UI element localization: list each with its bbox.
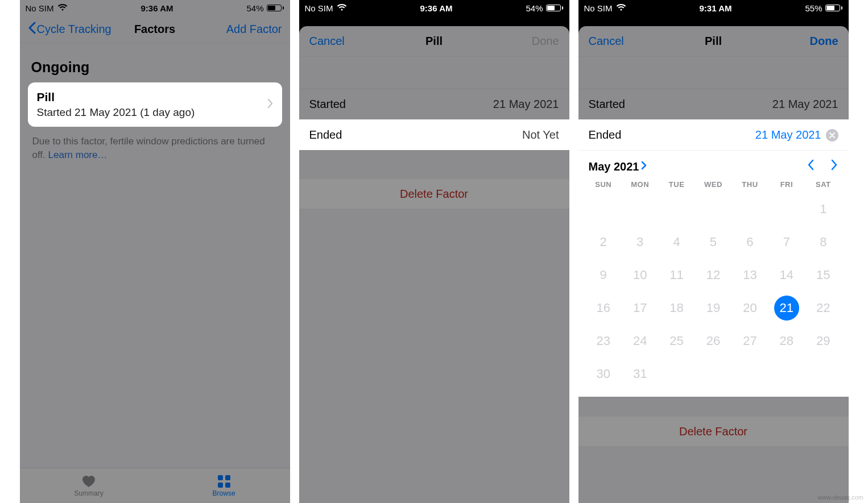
calendar-day[interactable]: 22: [805, 296, 841, 321]
ended-label: Ended: [589, 128, 622, 142]
day-of-week-header: TUE: [658, 180, 695, 189]
calendar-day[interactable]: 8: [805, 230, 841, 255]
done-button[interactable]: Done: [810, 35, 838, 48]
calendar-day[interactable]: 10: [622, 263, 658, 288]
calendar-day[interactable]: 12: [695, 263, 731, 288]
calendar-day[interactable]: 5: [695, 230, 731, 255]
watermark: www.deuaq.com: [817, 494, 863, 501]
calendar-day[interactable]: 27: [731, 329, 768, 354]
delete-factor-button[interactable]: Delete Factor: [299, 178, 569, 209]
calendar-day[interactable]: 11: [658, 263, 695, 288]
row-started[interactable]: Started 21 May 2021: [299, 89, 569, 119]
ended-label: Ended: [309, 128, 342, 142]
calendar-day[interactable]: 6: [731, 230, 768, 255]
calendar-day[interactable]: 16: [585, 296, 622, 321]
clock-text: 9:36 AM: [420, 3, 453, 13]
nav-bar: Cycle Tracking Factors Add Factor: [20, 16, 290, 43]
chevron-right-icon: [267, 97, 273, 112]
back-label: Cycle Tracking: [37, 23, 111, 36]
wifi-icon: [57, 3, 68, 13]
calendar-day[interactable]: 31: [622, 361, 658, 386]
day-of-week-header: SUN: [585, 180, 622, 189]
edit-factor-sheet: Cancel Pill Done Started 21 May 2021 End…: [578, 26, 849, 503]
chevron-right-icon: [641, 161, 647, 173]
tab-summary[interactable]: Summary: [74, 475, 103, 497]
svg-rect-0: [218, 475, 223, 480]
calendar-day[interactable]: 23: [585, 329, 622, 354]
carrier-text: No SIM: [584, 3, 613, 13]
day-of-week-header: FRI: [768, 180, 805, 189]
calendar-day[interactable]: 1: [805, 197, 841, 222]
screenshot-3: No SIM 9:31 AM 55% Cancel Pill Done Star…: [578, 0, 849, 503]
row-ended[interactable]: Ended 21 May 2021: [578, 119, 849, 150]
day-of-week-header: THU: [731, 180, 768, 189]
next-month-button[interactable]: [830, 159, 838, 174]
calendar-day[interactable]: 2: [585, 230, 622, 255]
section-header-ongoing: Ongoing: [20, 43, 290, 82]
heart-icon: [81, 475, 97, 488]
started-label: Started: [309, 98, 346, 111]
battery-icon: [825, 5, 842, 11]
row-ended[interactable]: Ended Not Yet: [299, 119, 569, 150]
delete-factor-button[interactable]: Delete Factor: [578, 416, 849, 447]
calendar-day[interactable]: 9: [585, 263, 622, 288]
calendar-day[interactable]: 24: [622, 329, 658, 354]
calendar-day[interactable]: 30: [585, 361, 622, 386]
factor-cell-pill[interactable]: Pill Started 21 May 2021 (1 day ago): [28, 82, 282, 127]
calendar-day[interactable]: 26: [695, 329, 731, 354]
tab-browse[interactable]: Browse: [213, 475, 235, 497]
footer-note: Due to this factor, fertile window predi…: [20, 127, 290, 170]
ended-value: Not Yet: [522, 128, 559, 142]
add-factor-button[interactable]: Add Factor: [226, 23, 282, 36]
date-picker: May 2021 SUNMONTUEWEDTHUFRISAT1234567891…: [578, 150, 849, 397]
calendar-day[interactable]: 17: [622, 296, 658, 321]
prev-month-button[interactable]: [807, 159, 815, 174]
calendar-day[interactable]: 28: [768, 329, 805, 354]
calendar-day[interactable]: 15: [805, 263, 841, 288]
back-button[interactable]: Cycle Tracking: [28, 22, 111, 37]
calendar-day[interactable]: 7: [768, 230, 805, 255]
grid-icon: [216, 475, 232, 488]
carrier-text: No SIM: [305, 3, 333, 13]
clear-date-button[interactable]: [826, 129, 838, 142]
row-started[interactable]: Started 21 May 2021: [578, 89, 849, 119]
battery-percent: 54%: [246, 3, 263, 13]
tab-bar: Summary Browse: [20, 468, 290, 503]
day-of-week-header: SAT: [805, 180, 841, 189]
factor-subtitle: Started 21 May 2021 (1 day ago): [37, 106, 195, 119]
svg-rect-2: [218, 483, 223, 488]
battery-icon: [267, 5, 284, 11]
month-picker-button[interactable]: May 2021: [589, 160, 647, 173]
calendar-grid: SUNMONTUEWEDTHUFRISAT1234567891011121314…: [585, 180, 842, 386]
calendar-day[interactable]: 19: [695, 296, 731, 321]
cancel-button[interactable]: Cancel: [589, 35, 624, 48]
calendar-day[interactable]: 20: [731, 296, 768, 321]
learn-more-link[interactable]: Learn more…: [48, 149, 108, 160]
status-bar: No SIM 9:36 AM 54%: [20, 0, 290, 16]
calendar-day[interactable]: 3: [622, 230, 658, 255]
battery-percent: 55%: [805, 3, 822, 13]
wifi-icon: [337, 3, 347, 13]
day-of-week-header: MON: [622, 180, 658, 189]
clock-text: 9:36 AM: [141, 3, 173, 13]
started-value: 21 May 2021: [772, 98, 838, 111]
done-button[interactable]: Done: [532, 35, 559, 48]
calendar-day[interactable]: 29: [805, 329, 841, 354]
clock-text: 9:31 AM: [700, 3, 732, 13]
cancel-button[interactable]: Cancel: [309, 35, 345, 48]
battery-percent: 54%: [526, 3, 543, 13]
sheet-header: Cancel Pill Done: [578, 26, 849, 57]
battery-icon: [546, 5, 563, 11]
sheet-title: Pill: [705, 35, 722, 48]
status-bar: No SIM 9:31 AM 55%: [578, 0, 849, 16]
calendar-day[interactable]: 18: [658, 296, 695, 321]
calendar-day[interactable]: 4: [658, 230, 695, 255]
calendar-day[interactable]: 13: [731, 263, 768, 288]
carrier-text: No SIM: [26, 3, 54, 13]
calendar-day[interactable]: 14: [768, 263, 805, 288]
tab-browse-label: Browse: [213, 489, 235, 497]
calendar-day[interactable]: 21: [774, 296, 799, 321]
chevron-left-icon: [28, 22, 36, 37]
calendar-day[interactable]: 25: [658, 329, 695, 354]
started-label: Started: [589, 98, 625, 111]
